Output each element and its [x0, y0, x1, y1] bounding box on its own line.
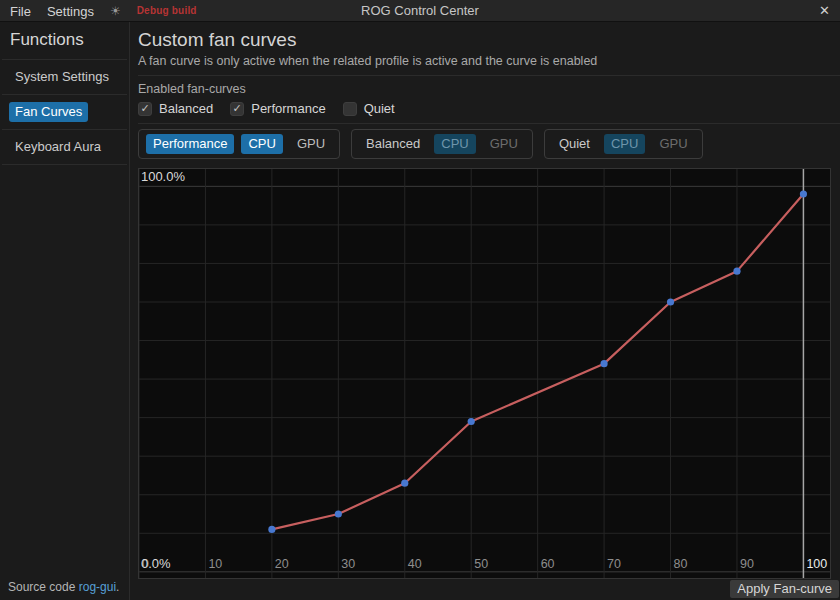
fan-curve-plot[interactable]: 0102030405060708090100100.0%0.0% [139, 169, 830, 578]
checkbox-checked-icon[interactable]: ✓ [230, 102, 244, 116]
fan-curve-point[interactable] [667, 298, 674, 305]
sidebar-item-label: Fan Curves [9, 102, 88, 122]
x-tick-label: 70 [607, 557, 621, 571]
y-min-label: 0.0% [141, 556, 171, 571]
sidebar-items: System SettingsFan CurvesKeyboard Aura [0, 60, 129, 165]
window-title: ROG Control Center [0, 3, 840, 18]
fan-tab-quiet-cpu[interactable]: CPU [604, 134, 645, 154]
sidebar: Functions System SettingsFan CurvesKeybo… [0, 22, 130, 600]
fan-curve-chart[interactable]: 0102030405060708090100100.0%0.0% [138, 168, 831, 579]
fan-curve-point[interactable] [800, 190, 807, 197]
checkbox-label: Balanced [159, 101, 213, 116]
x-tick-label: 60 [541, 557, 555, 571]
enabled-checkbox-row: ✓Balanced✓PerformanceQuiet [138, 101, 840, 123]
source-code-period: . [116, 580, 119, 594]
divider [138, 75, 840, 76]
fan-tab-performance-cpu[interactable]: CPU [241, 134, 282, 154]
profile-tab-performance[interactable]: Performance [146, 134, 234, 154]
fan-curve-point[interactable] [401, 480, 408, 487]
divider [138, 123, 840, 124]
titlebar: ROG Control Center FileSettings ☀ Debug … [0, 0, 840, 22]
fan-curve-point[interactable] [335, 510, 342, 517]
y-max-label: 100.0% [141, 169, 185, 184]
x-tick-label: 100 [806, 557, 827, 571]
apply-fan-curve-button[interactable]: Apply Fan-curve [730, 580, 839, 598]
checkbox-label: Quiet [364, 101, 395, 116]
page-subtitle: A fan curve is only active when the rela… [138, 54, 840, 68]
source-code-note: Source code rog-gui. [0, 576, 129, 600]
fan-curve-point[interactable] [733, 268, 740, 275]
fan-curve-group-performance: PerformanceCPUGPU [138, 129, 340, 159]
source-code-text: Source code [8, 580, 79, 594]
main-panel: Custom fan curves A fan curve is only ac… [130, 22, 840, 600]
fan-curve-enable-performance[interactable]: ✓Performance [230, 101, 325, 116]
checkbox-unchecked-icon[interactable] [343, 102, 357, 116]
rog-gui-link[interactable]: rog-gui [79, 580, 116, 594]
fan-curve-point[interactable] [268, 526, 275, 533]
x-tick-label: 80 [674, 557, 688, 571]
profile-tab-quiet[interactable]: Quiet [552, 134, 597, 154]
sidebar-item-fan-curves[interactable]: Fan Curves [0, 95, 129, 129]
page-title: Custom fan curves [138, 29, 840, 51]
x-tick-label: 20 [275, 557, 289, 571]
fan-curve-enable-quiet[interactable]: Quiet [343, 101, 395, 116]
enabled-fan-curves-heading: Enabled fan-curves [138, 82, 840, 96]
body: Functions System SettingsFan CurvesKeybo… [0, 22, 840, 600]
x-tick-label: 30 [341, 557, 355, 571]
x-tick-label: 40 [408, 557, 422, 571]
debug-build-badge: Debug build [137, 5, 197, 16]
fan-curve-point[interactable] [601, 360, 608, 367]
fan-tab-quiet-gpu[interactable]: GPU [652, 134, 694, 154]
sidebar-item-label: Keyboard Aura [9, 137, 107, 157]
divider [2, 164, 127, 165]
checkbox-label: Performance [251, 101, 325, 116]
sidebar-item-keyboard-aura[interactable]: Keyboard Aura [0, 130, 129, 164]
x-tick-label: 10 [208, 557, 222, 571]
x-tick-label: 50 [474, 557, 488, 571]
sidebar-item-system-settings[interactable]: System Settings [0, 60, 129, 94]
fan-curve-point[interactable] [468, 418, 475, 425]
fan-tab-balanced-gpu[interactable]: GPU [483, 134, 525, 154]
profile-tab-balanced[interactable]: Balanced [359, 134, 427, 154]
rog-control-center-window: ROG Control Center FileSettings ☀ Debug … [0, 0, 840, 600]
x-tick-label: 90 [740, 557, 754, 571]
sidebar-item-label: System Settings [9, 67, 115, 87]
fan-tab-performance-gpu[interactable]: GPU [290, 134, 332, 154]
fan-tab-balanced-cpu[interactable]: CPU [434, 134, 475, 154]
close-icon[interactable]: ✕ [819, 4, 830, 17]
fan-curve-group-balanced: BalancedCPUGPU [351, 129, 533, 159]
profile-fan-selector-row: PerformanceCPUGPUBalancedCPUGPUQuietCPUG… [138, 129, 840, 159]
sidebar-heading: Functions [0, 27, 129, 59]
theme-toggle-sun-icon[interactable]: ☀ [110, 4, 121, 18]
bottom-bar: Apply Fan-curve [138, 579, 840, 600]
fan-curve-enable-balanced[interactable]: ✓Balanced [138, 101, 213, 116]
fan-curve-group-quiet: QuietCPUGPU [544, 129, 703, 159]
checkbox-checked-icon[interactable]: ✓ [138, 102, 152, 116]
